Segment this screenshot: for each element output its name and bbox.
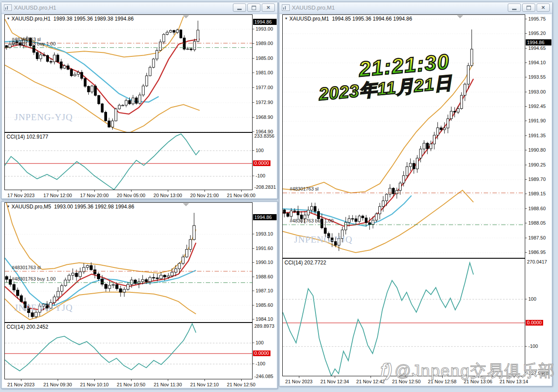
scale-tick xyxy=(253,58,254,59)
close-icon: ✕ xyxy=(266,5,270,10)
price-tick-label: 1991.60 xyxy=(256,246,273,251)
scale-tick xyxy=(253,176,254,176)
price-scale-m1[interactable]: 1995.751995.201994.651994.101993.551993.… xyxy=(525,14,551,385)
close-button[interactable]: ✕ xyxy=(537,3,550,12)
axis-tick xyxy=(514,376,514,378)
price-tick-label: 1977.00 xyxy=(256,85,273,90)
price-tick-label: 1990.25 xyxy=(528,162,546,167)
scale-tick xyxy=(253,262,254,263)
cci-tick-label: 100 xyxy=(256,340,263,345)
axis-tick xyxy=(371,376,371,378)
price-tick-label: 1989.00 xyxy=(256,41,273,46)
window-titlebar-m1[interactable]: XAUUSD.pro,M1 ✕ xyxy=(279,2,552,14)
price-tick-label: 1994.65 xyxy=(528,45,546,51)
axis-tick xyxy=(21,190,21,192)
chart-window-m1: XAUUSD.pro,M1 ✕ ▼ XAUUSD.pro,M1 1994.85 … xyxy=(279,2,553,387)
chart-client-area: ▼ XAUUSD.pro,H1 1989.38 1995.36 1989.38 … xyxy=(2,14,277,198)
cci-pane-h1[interactable]: CCI(14) 102.9177 xyxy=(4,132,253,190)
cci-pane-m1[interactable]: CCI(14) 202.7722 xyxy=(282,258,525,376)
order-buy-label: #48301763 buy 1.00 xyxy=(12,276,55,281)
cci-header: CCI(14) 102.9177 xyxy=(7,134,48,140)
cci-min-label: -208.2831 xyxy=(254,184,276,190)
cci-tick-label: -100 xyxy=(256,361,265,366)
scale-tick xyxy=(525,346,527,347)
chart-client-area: ▼ XAUUSD.pro,M5 1993.00 1995.36 1992.98 … xyxy=(2,202,277,388)
time-axis-m1[interactable]: 21 Nov 202321 Nov 12:3421 Nov 12:4221 No… xyxy=(282,376,525,385)
scale-tick xyxy=(525,238,527,238)
time-label: 17 Nov 20:00 xyxy=(80,193,108,198)
cci-max-label: 270.0417 xyxy=(527,259,547,264)
price-chart-h1[interactable]: ▼ XAUUSD.pro,H1 1989.38 1995.36 1989.38 … xyxy=(4,14,253,132)
chevron-down-icon: ▼ xyxy=(284,17,288,21)
close-icon: ✕ xyxy=(541,5,545,10)
scale-tick xyxy=(525,208,527,209)
scale-tick xyxy=(253,102,254,103)
price-tick-label: 1968.90 xyxy=(256,114,273,120)
price-chart-m5[interactable]: ▼ XAUUSD.pro,M5 1993.00 1995.36 1992.98 … xyxy=(4,202,253,323)
time-label: 21 Nov 12:50 xyxy=(392,379,420,384)
scale-tick xyxy=(525,48,527,49)
cci-tick-label: 100 xyxy=(528,296,536,302)
scale-tick xyxy=(525,77,527,77)
scale-tick xyxy=(253,150,254,151)
close-button[interactable]: ✕ xyxy=(262,3,275,12)
axis-tick xyxy=(442,376,443,378)
price-tick-label: 1994.10 xyxy=(528,60,546,65)
window-title: XAUUSD.pro,M1 xyxy=(292,4,508,11)
cci-header: CCI(14) 202.7722 xyxy=(284,260,326,266)
scale-tick xyxy=(253,305,254,305)
minimize-icon xyxy=(237,9,242,10)
scale-tick xyxy=(253,117,254,118)
scale-tick xyxy=(253,29,254,29)
price-tick-label: 1993.00 xyxy=(256,26,273,31)
current-price-label: 1994.86 xyxy=(253,214,277,220)
scale-tick xyxy=(253,291,254,291)
cci-max-label: 233.8356 xyxy=(254,133,274,139)
price-scale-m5[interactable]: 1993.101991.601990.101988.601987.101985.… xyxy=(253,202,277,388)
time-label: 17 Nov 2023 xyxy=(7,193,35,198)
time-axis-m5[interactable]: 21 Nov 202321 Nov 09:3021 Nov 10:1021 No… xyxy=(4,379,253,388)
axis-tick xyxy=(299,376,299,378)
time-label: 21 Nov 06:00 xyxy=(227,193,255,198)
scale-tick xyxy=(253,234,254,234)
time-label: 21 Nov 12:42 xyxy=(356,379,385,384)
price-tick-label: 1988.60 xyxy=(528,206,546,211)
price-tick-label: 1986.95 xyxy=(528,250,546,255)
window-titlebar-h1[interactable]: XAUUSD.pro,H1 ✕ xyxy=(1,2,277,14)
chart-watermark: JNPENG-YJQ xyxy=(14,302,73,313)
axis-tick xyxy=(21,379,21,381)
price-scale-h1[interactable]: 1993.001989.001985.001981.001977.001972.… xyxy=(253,14,277,198)
time-label: 21 Nov 11:30 xyxy=(154,382,182,387)
scale-tick xyxy=(525,252,527,253)
minimize-icon xyxy=(512,9,516,10)
time-axis-h1[interactable]: 17 Nov 202317 Nov 12:0017 Nov 20:0020 No… xyxy=(4,190,253,198)
scale-tick xyxy=(525,179,527,180)
minimize-button[interactable] xyxy=(233,3,246,12)
chart-window-m5: ▼ XAUUSD.pro,M5 1993.00 1995.36 1992.98 … xyxy=(1,201,278,389)
restore-button[interactable] xyxy=(522,3,535,12)
time-label: 20 Nov 21:00 xyxy=(190,193,218,198)
axis-tick xyxy=(131,190,132,192)
cci-min-label: -227.9468 xyxy=(527,371,549,376)
cci-tick-label: -100 xyxy=(528,343,538,349)
cci-pane-m5[interactable]: CCI(14) 200.2452 xyxy=(4,323,253,379)
price-tick-label: 1985.60 xyxy=(256,302,273,308)
time-label: 21 Nov 12:10 xyxy=(190,382,218,387)
scale-tick xyxy=(525,150,527,150)
price-tick-label: 1993.10 xyxy=(256,231,273,236)
price-tick-label: 1992.45 xyxy=(528,104,546,109)
scale-tick xyxy=(525,135,527,136)
scale-tick xyxy=(525,165,527,165)
time-label: 21 Nov 13:14 xyxy=(499,379,528,384)
minimize-button[interactable] xyxy=(508,3,521,12)
price-tick-label: 1989.70 xyxy=(528,177,546,182)
cci-zero-label: 0.0000 xyxy=(253,350,270,356)
chart-window-icon xyxy=(282,4,290,11)
restore-button[interactable] xyxy=(247,3,260,12)
axis-tick xyxy=(478,376,478,378)
price-tick-label: 1988.60 xyxy=(256,274,273,279)
order-buy-label: #48301763 buy 1.00 xyxy=(12,41,55,46)
time-label: 21 Nov 12:58 xyxy=(428,379,456,384)
price-chart-m1[interactable]: ▼ XAUUSD.pro,M1 1994.85 1995.36 1994.66 … xyxy=(282,14,525,258)
time-label: 21 Nov 10:10 xyxy=(80,382,108,387)
